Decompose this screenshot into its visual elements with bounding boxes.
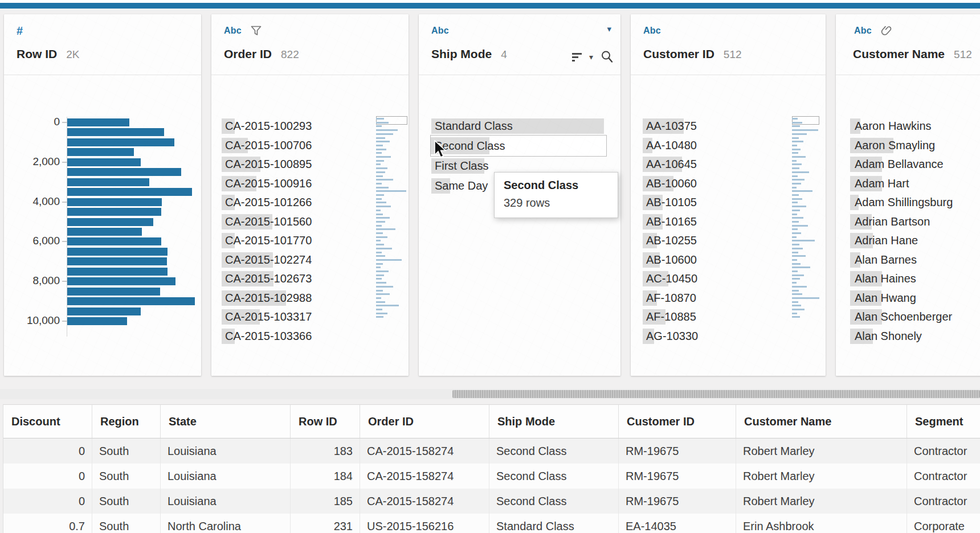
grid-cell[interactable]: EA-14035 bbox=[619, 514, 736, 533]
value-row[interactable]: Aaron Smayling bbox=[836, 136, 980, 155]
grid-cell[interactable]: Louisiana bbox=[161, 464, 291, 489]
sort-caret-icon[interactable]: ▾ bbox=[589, 52, 593, 62]
grid-cell[interactable]: South bbox=[92, 464, 161, 489]
grid-cell[interactable]: 0 bbox=[3, 489, 92, 514]
grid-cell[interactable]: 183 bbox=[291, 438, 360, 464]
histogram-bar[interactable] bbox=[67, 168, 181, 176]
value-row[interactable]: Alan Shonely bbox=[836, 327, 980, 346]
grid-cell[interactable]: US-2015-156216 bbox=[360, 514, 489, 533]
horizontal-scrollbar-thumb[interactable] bbox=[452, 390, 980, 398]
histogram-bar[interactable] bbox=[67, 198, 162, 206]
mini-distribution-bar bbox=[792, 137, 799, 139]
profile-card-row-id[interactable]: # Row ID 2K 02,0004,0006,0008,00010,000 bbox=[4, 14, 201, 376]
grid-cell[interactable]: Contractor bbox=[907, 489, 980, 514]
grid-cell[interactable]: Standard Class bbox=[489, 514, 619, 533]
grid-cell[interactable]: RM-19675 bbox=[619, 489, 736, 514]
grid-header-cell[interactable]: Customer ID bbox=[619, 405, 736, 438]
search-icon[interactable] bbox=[601, 50, 614, 63]
grid-cell[interactable]: Erin Ashbrook bbox=[736, 514, 907, 533]
value-label: Adrian Hane bbox=[855, 231, 918, 250]
grid-cell[interactable]: South bbox=[92, 514, 161, 533]
horizontal-scrollbar-track[interactable] bbox=[0, 389, 980, 399]
grid-cell[interactable]: CA-2015-158274 bbox=[360, 438, 489, 464]
histogram-bar[interactable] bbox=[67, 257, 167, 265]
profile-card-customer-id[interactable]: Abc Customer ID 512 AA-10375AA-10480AA-1… bbox=[631, 14, 826, 376]
grid-cell[interactable]: North Carolina bbox=[161, 514, 291, 533]
histogram-bar[interactable] bbox=[67, 138, 174, 146]
histogram-bar[interactable] bbox=[67, 118, 129, 126]
grid-row[interactable]: 0SouthLouisiana185CA-2015-158274Second C… bbox=[3, 489, 980, 514]
histogram-bar[interactable] bbox=[67, 317, 127, 325]
value-row[interactable]: CA-2015-103366 bbox=[211, 327, 409, 346]
grid-cell[interactable]: Louisiana bbox=[161, 489, 291, 514]
grid-row[interactable]: 0.7SouthNorth Carolina231US-2015-156216S… bbox=[3, 514, 980, 533]
value-row[interactable]: Alan Barnes bbox=[836, 251, 980, 270]
grid-header-cell[interactable]: Customer Name bbox=[736, 405, 907, 438]
card-menu-caret-icon[interactable]: ▾ bbox=[607, 24, 611, 33]
grid-cell[interactable]: South bbox=[92, 489, 161, 514]
grid-cell[interactable]: CA-2015-158274 bbox=[360, 464, 489, 489]
histogram-bar[interactable] bbox=[67, 248, 168, 256]
grid-cell[interactable]: 0.7 bbox=[3, 514, 92, 533]
grid-header-cell[interactable]: Region bbox=[92, 405, 161, 438]
grid-header-cell[interactable]: Order ID bbox=[360, 405, 489, 438]
histogram-bar[interactable] bbox=[67, 308, 141, 315]
histogram-bar[interactable] bbox=[67, 297, 195, 305]
value-row[interactable]: Adrian Hane bbox=[836, 231, 980, 251]
grid-row[interactable]: 0SouthLouisiana184CA-2015-158274Second C… bbox=[3, 464, 980, 489]
value-row[interactable]: AG-10330 bbox=[631, 327, 826, 346]
value-row[interactable]: Adam Shillingsburg bbox=[836, 193, 980, 212]
mini-distribution-bar bbox=[376, 228, 395, 230]
grid-cell[interactable]: 0 bbox=[3, 438, 92, 464]
grid-cell[interactable]: Robert Marley bbox=[736, 438, 907, 464]
grid-header-cell[interactable]: Segment bbox=[907, 405, 980, 438]
grid-header-cell[interactable]: Discount bbox=[3, 405, 92, 438]
grid-cell[interactable]: South bbox=[92, 438, 161, 464]
histogram-bar[interactable] bbox=[67, 158, 141, 166]
value-row[interactable]: Standard Class bbox=[419, 117, 620, 136]
histogram-bar[interactable] bbox=[67, 237, 161, 245]
grid-cell[interactable]: RM-19675 bbox=[619, 438, 736, 464]
grid-cell[interactable]: Second Class bbox=[489, 489, 619, 514]
grid-cell[interactable]: Robert Marley bbox=[736, 489, 907, 514]
grid-cell[interactable]: 231 bbox=[291, 514, 360, 533]
grid-cell[interactable]: Contractor bbox=[907, 438, 980, 464]
profile-card-order-id[interactable]: Abc Order ID 822 CA-2015-100293CA-2015-1… bbox=[211, 14, 409, 376]
value-row[interactable]: Alan Schoenberger bbox=[836, 308, 980, 327]
histogram-bar[interactable] bbox=[67, 268, 168, 276]
grid-cell[interactable]: 185 bbox=[291, 489, 360, 514]
value-row[interactable]: Alan Hwang bbox=[836, 289, 980, 308]
value-row-hovered[interactable]: Second Class bbox=[430, 135, 607, 157]
histogram-bar[interactable] bbox=[67, 208, 161, 216]
grid-cell[interactable]: Louisiana bbox=[161, 438, 291, 464]
filter-funnel-icon[interactable] bbox=[251, 26, 262, 36]
grid-cell[interactable]: Corporate bbox=[907, 514, 980, 533]
grid-cell[interactable]: 0 bbox=[3, 464, 92, 489]
value-row[interactable]: Adam Bellavance bbox=[836, 155, 980, 174]
grid-cell[interactable]: 184 bbox=[291, 464, 360, 489]
sort-descending-icon[interactable] bbox=[572, 52, 582, 62]
grid-cell[interactable]: Robert Marley bbox=[736, 464, 907, 489]
histogram-bar[interactable] bbox=[67, 178, 149, 186]
value-row[interactable]: Adam Hart bbox=[836, 174, 980, 194]
grid-cell[interactable]: RM-19675 bbox=[619, 464, 736, 489]
histogram-bar[interactable] bbox=[67, 228, 142, 236]
grid-cell[interactable]: Contractor bbox=[907, 464, 980, 489]
grid-cell[interactable]: Second Class bbox=[489, 464, 619, 489]
histogram-bar[interactable] bbox=[67, 218, 153, 226]
grid-header-cell[interactable]: Row ID bbox=[291, 405, 360, 438]
grid-cell[interactable]: Second Class bbox=[489, 438, 619, 464]
histogram-bar[interactable] bbox=[67, 277, 175, 285]
histogram-bar[interactable] bbox=[67, 288, 160, 296]
value-row[interactable]: Adrian Bartson bbox=[836, 212, 980, 232]
grid-header-cell[interactable]: State bbox=[161, 405, 291, 438]
grid-cell[interactable]: CA-2015-158274 bbox=[360, 489, 489, 514]
histogram-bar[interactable] bbox=[67, 148, 134, 156]
histogram-bar[interactable] bbox=[67, 128, 164, 136]
grid-header-cell[interactable]: Ship Mode bbox=[489, 405, 619, 438]
profile-card-customer-name[interactable]: Abc Customer Name 512 Aaron HawkinsAaron… bbox=[836, 14, 980, 376]
histogram-bar[interactable] bbox=[67, 188, 192, 196]
value-row[interactable]: Aaron Hawkins bbox=[836, 117, 980, 136]
value-row[interactable]: Alan Haines bbox=[836, 269, 980, 289]
grid-row[interactable]: 0SouthLouisiana183CA-2015-158274Second C… bbox=[3, 438, 980, 464]
